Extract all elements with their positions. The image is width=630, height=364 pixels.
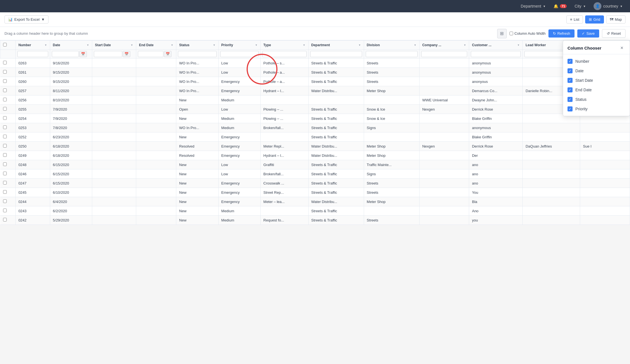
row-checkbox[interactable] bbox=[3, 153, 7, 157]
table-row[interactable]: 0242 5/29/2020 New Medium Request fo... … bbox=[0, 216, 630, 225]
enddate-search-input[interactable] bbox=[138, 51, 163, 57]
column-chooser-item[interactable]: ✓ End Date bbox=[563, 85, 630, 95]
save-button[interactable]: ✓ Save bbox=[577, 29, 599, 38]
number-filter-icon[interactable]: ▼ bbox=[45, 44, 47, 46]
row-checkbox[interactable] bbox=[3, 162, 7, 166]
date-search-input[interactable] bbox=[52, 51, 79, 57]
grid-view-button[interactable]: ⊞ Grid bbox=[585, 15, 604, 24]
type-search-input[interactable] bbox=[262, 51, 307, 57]
column-chooser-button[interactable]: ⊞ bbox=[497, 29, 507, 38]
col-header-division[interactable]: Division ▼ bbox=[364, 41, 419, 50]
division-search-input[interactable] bbox=[366, 51, 418, 57]
company-search-input[interactable] bbox=[421, 51, 467, 57]
refresh-button[interactable]: ↻ Refresh bbox=[548, 29, 575, 38]
division-filter-icon[interactable]: ▼ bbox=[414, 44, 416, 46]
column-chooser-item[interactable]: ✓ Date bbox=[563, 66, 630, 76]
col-header-date[interactable]: Date ▼ bbox=[50, 41, 92, 50]
table-row[interactable]: 0244 6/4/2020 New Emergency Meter – lea.… bbox=[0, 197, 630, 206]
city-selector[interactable]: City ▼ bbox=[572, 3, 589, 10]
column-chooser-item[interactable]: ✓ Status bbox=[563, 95, 630, 104]
select-all-checkbox[interactable] bbox=[3, 43, 7, 46]
row-checkbox[interactable] bbox=[3, 199, 7, 203]
row-checkbox[interactable] bbox=[3, 172, 7, 175]
number-search-input[interactable] bbox=[17, 51, 48, 57]
status-search-input[interactable] bbox=[178, 51, 216, 57]
table-row[interactable]: 0250 6/18/2020 Resolved Emergency Meter … bbox=[0, 142, 630, 151]
table-row[interactable]: 0243 6/2/2020 New Medium Streets & Traff… bbox=[0, 206, 630, 216]
row-checkbox[interactable] bbox=[3, 88, 7, 92]
table-row[interactable]: 0257 8/11/2020 WO In Pro... Emergency Hy… bbox=[0, 86, 630, 95]
cell-customer: anonymous bbox=[469, 68, 523, 77]
col-header-priority[interactable]: Priority ▼ bbox=[218, 41, 260, 50]
table-row[interactable]: 0246 6/15/2020 New Low Broken/fall... St… bbox=[0, 169, 630, 179]
customer-filter-icon[interactable]: ▼ bbox=[517, 44, 520, 46]
department-selector[interactable]: Department ▼ bbox=[518, 3, 548, 10]
cell-leadworker bbox=[523, 216, 580, 225]
table-row[interactable]: 0263 9/16/2020 WO In Pro... Low Pothole … bbox=[0, 59, 630, 68]
notification-bell[interactable]: 🔔 71 bbox=[551, 3, 569, 10]
cell-leadworker bbox=[523, 169, 580, 179]
column-chooser-item[interactable]: ✓ Start Date bbox=[563, 76, 630, 85]
column-chooser-close-button[interactable]: × bbox=[619, 45, 625, 51]
table-row[interactable]: 0249 6/18/2020 Resolved Emergency Hydran… bbox=[0, 151, 630, 160]
row-checkbox[interactable] bbox=[3, 209, 7, 212]
list-view-button[interactable]: ≡ List bbox=[566, 15, 583, 24]
row-checkbox[interactable] bbox=[3, 116, 7, 120]
startdate-calendar-button[interactable]: 📅 bbox=[123, 51, 130, 57]
customer-search-input[interactable] bbox=[471, 51, 521, 57]
auto-width-checkbox-input[interactable] bbox=[509, 32, 513, 35]
table-row[interactable]: 0247 6/15/2020 New Emergency Crosswalk .… bbox=[0, 179, 630, 188]
startdate-filter-icon[interactable]: ▼ bbox=[131, 44, 133, 46]
col-header-department[interactable]: Department ▼ bbox=[308, 41, 364, 50]
priority-search-input[interactable] bbox=[220, 51, 259, 57]
department-filter-icon[interactable]: ▼ bbox=[358, 44, 361, 46]
table-wrapper[interactable]: Number ▼ Date ▼ Start Date ▼ bbox=[0, 40, 630, 225]
column-chooser-item[interactable]: ✓ Number bbox=[563, 57, 630, 66]
col-header-company[interactable]: Company ... ▼ bbox=[419, 41, 469, 50]
col-header-customer[interactable]: Customer ... ▼ bbox=[469, 41, 523, 50]
row-checkbox[interactable] bbox=[3, 144, 7, 148]
row-checkbox[interactable] bbox=[3, 98, 7, 101]
col-header-startdate[interactable]: Start Date ▼ bbox=[92, 41, 136, 50]
table-row[interactable]: 0260 9/15/2020 WO In Pro... Emergency Po… bbox=[0, 77, 630, 86]
type-filter-icon[interactable]: ▼ bbox=[303, 44, 305, 46]
row-checkbox[interactable] bbox=[3, 218, 7, 221]
map-view-button[interactable]: 🗺 Map bbox=[606, 15, 626, 24]
startdate-search-input[interactable] bbox=[94, 51, 122, 57]
row-checkbox[interactable] bbox=[3, 79, 7, 83]
user-menu[interactable]: 👤 courtney ▼ bbox=[591, 1, 626, 11]
col-header-number[interactable]: Number ▼ bbox=[15, 41, 50, 50]
table-row[interactable]: 0248 6/15/2020 New Low Graffiti Streets … bbox=[0, 160, 630, 169]
table-row[interactable]: 0256 8/10/2020 New Medium WWE Universal … bbox=[0, 95, 630, 105]
row-checkbox[interactable] bbox=[3, 135, 7, 138]
col-header-status[interactable]: Status ▼ bbox=[176, 41, 218, 50]
priority-filter-icon[interactable]: ▼ bbox=[255, 44, 258, 46]
column-chooser-item[interactable]: ✓ Priority bbox=[563, 104, 630, 114]
col-header-enddate[interactable]: End Date ▼ bbox=[136, 41, 176, 50]
table-row[interactable]: 0245 6/10/2020 New Emergency Street Rep.… bbox=[0, 188, 630, 197]
row-checkbox[interactable] bbox=[3, 107, 7, 111]
row-checkbox[interactable] bbox=[3, 181, 7, 185]
cell-department: Streets & Traffic bbox=[308, 77, 364, 86]
status-filter-icon[interactable]: ▼ bbox=[213, 44, 216, 46]
table-row[interactable]: 0261 9/15/2020 WO In Pro... Low Pothole … bbox=[0, 68, 630, 77]
table-row[interactable]: 0255 7/9/2020 Open Low Plowing – ... Str… bbox=[0, 105, 630, 114]
table-row[interactable]: 0253 7/8/2020 WO In Pro... Medium Broken… bbox=[0, 123, 630, 132]
row-checkbox[interactable] bbox=[3, 190, 7, 194]
date-filter-icon[interactable]: ▼ bbox=[87, 44, 89, 46]
row-checkbox[interactable] bbox=[3, 61, 7, 64]
reset-button[interactable]: ↺ Reset bbox=[602, 29, 626, 38]
table-row[interactable]: 0252 6/23/2020 New Emergency Streets & T… bbox=[0, 132, 630, 142]
export-to-excel-button[interactable]: 📊 Export To Excel ▼ bbox=[4, 15, 48, 24]
row-checkbox[interactable] bbox=[3, 70, 7, 74]
enddate-calendar-button[interactable]: 📅 bbox=[164, 51, 172, 57]
cell-number: 0254 bbox=[15, 114, 50, 123]
date-calendar-button[interactable]: 📅 bbox=[79, 51, 87, 57]
table-row[interactable]: 0254 7/9/2020 New Medium Plowing – ... S… bbox=[0, 114, 630, 123]
auto-width-toggle[interactable]: Column Auto Width bbox=[509, 31, 546, 36]
enddate-filter-icon[interactable]: ▼ bbox=[171, 44, 173, 46]
company-filter-icon[interactable]: ▼ bbox=[464, 44, 466, 46]
row-checkbox[interactable] bbox=[3, 125, 7, 129]
col-header-type[interactable]: Type ▼ bbox=[260, 41, 308, 50]
department-search-input[interactable] bbox=[310, 51, 362, 57]
